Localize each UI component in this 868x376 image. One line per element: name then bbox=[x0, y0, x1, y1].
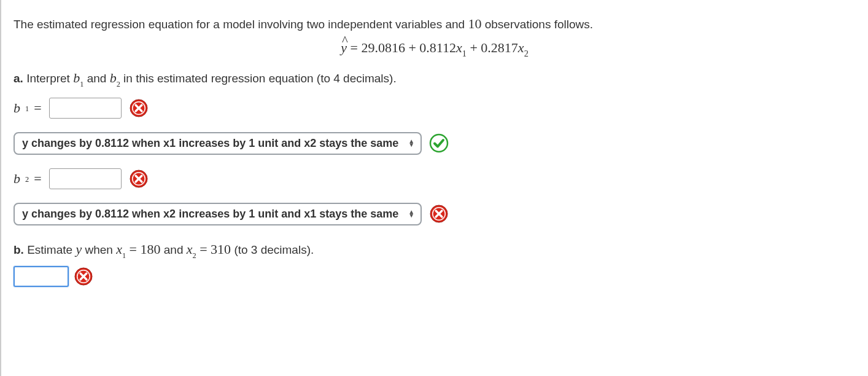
b1-b: b bbox=[14, 100, 20, 116]
part-b-pre: Estimate bbox=[24, 243, 76, 256]
eq-sign: = bbox=[347, 40, 361, 55]
b2-input[interactable] bbox=[49, 168, 122, 189]
svg-point-3 bbox=[430, 135, 448, 152]
x1: x bbox=[456, 40, 462, 55]
pb-mid1: when bbox=[82, 243, 116, 256]
regression-equation: y = 29.0816 + 0.8112x1 + 0.2817x2 bbox=[14, 40, 856, 58]
b2-s: 2 bbox=[25, 175, 29, 184]
intro-post: observations follows. bbox=[481, 18, 593, 31]
coef-2: 0.2817 bbox=[481, 40, 518, 55]
select2-text: y changes by 0.8112 when x2 increases by… bbox=[22, 208, 398, 221]
pb-v1: 180 bbox=[140, 241, 160, 257]
b2-sym: b bbox=[110, 70, 117, 85]
select1-text: y changes by 0.8112 when x1 increases by… bbox=[22, 137, 398, 150]
plus-1: + bbox=[405, 40, 419, 55]
correct-icon bbox=[429, 133, 449, 153]
b2-eq: = bbox=[34, 171, 41, 187]
x2: x bbox=[518, 40, 524, 55]
part-b-prompt: b. Estimate y when x1 = 180 and x2 = 310… bbox=[14, 239, 856, 260]
pb-eq2: = bbox=[196, 241, 211, 257]
part-b-input[interactable] bbox=[14, 266, 69, 287]
x2-sub: 2 bbox=[524, 49, 529, 58]
pb-post: (to 3 decimals). bbox=[231, 243, 314, 256]
select2-row: y changes by 0.8112 when x2 increases by… bbox=[14, 203, 856, 225]
b2-b: b bbox=[14, 171, 20, 187]
select-b2-interpretation[interactable]: y changes by 0.8112 when x2 increases by… bbox=[14, 203, 422, 225]
pb-x2s: 2 bbox=[193, 251, 196, 260]
intro-n: 10 bbox=[468, 16, 481, 31]
incorrect-icon bbox=[429, 204, 449, 224]
pb-v2: 310 bbox=[211, 241, 231, 257]
stepper-icon: ▲▼ bbox=[408, 139, 414, 147]
pb-and: and bbox=[160, 243, 186, 256]
b1-input[interactable] bbox=[49, 98, 122, 119]
x1-sub: 1 bbox=[462, 49, 467, 58]
b1-s: 1 bbox=[25, 104, 29, 114]
plus-2: + bbox=[467, 40, 481, 55]
pb-x1: x bbox=[116, 241, 122, 257]
b1-sub: 1 bbox=[80, 80, 83, 88]
pb-eq1: = bbox=[126, 241, 140, 257]
select-b1-interpretation[interactable]: y changes by 0.8112 when x1 increases by… bbox=[14, 132, 422, 155]
b1-eq: = bbox=[34, 100, 41, 116]
intro-pre: The estimated regression equation for a … bbox=[14, 18, 468, 31]
b2-input-row: b2 = bbox=[14, 168, 856, 189]
part-a-and: and bbox=[83, 72, 109, 85]
part-a-post: in this estimated regression equation (t… bbox=[120, 72, 397, 85]
part-a-label: a. bbox=[14, 72, 23, 85]
pb-y: y bbox=[76, 241, 82, 257]
part-b-answer-row bbox=[14, 266, 856, 287]
select1-row: y changes by 0.8112 when x1 increases by… bbox=[14, 132, 856, 155]
intro-text: The estimated regression equation for a … bbox=[14, 14, 856, 34]
incorrect-icon bbox=[129, 169, 149, 189]
b1-input-row: b1 = bbox=[14, 98, 856, 119]
b1-label: b1 = bbox=[14, 100, 42, 116]
pb-x2: x bbox=[187, 241, 193, 257]
incorrect-icon bbox=[129, 98, 149, 118]
b2-label: b2 = bbox=[14, 171, 42, 187]
coef-0: 29.0816 bbox=[361, 40, 405, 55]
part-a-pre: Interpret bbox=[23, 72, 73, 85]
pb-x1s: 1 bbox=[122, 251, 126, 260]
part-a-prompt: a. Interpret b1 and b2 in this estimated… bbox=[14, 68, 856, 88]
b1-sym: b bbox=[73, 70, 80, 85]
stepper-icon: ▲▼ bbox=[408, 210, 414, 217]
part-b-label: b. bbox=[14, 243, 24, 256]
b2-sub: 2 bbox=[117, 80, 120, 88]
coef-1: 0.8112 bbox=[419, 40, 456, 55]
incorrect-icon bbox=[74, 267, 93, 286]
y-hat: y bbox=[341, 40, 347, 56]
